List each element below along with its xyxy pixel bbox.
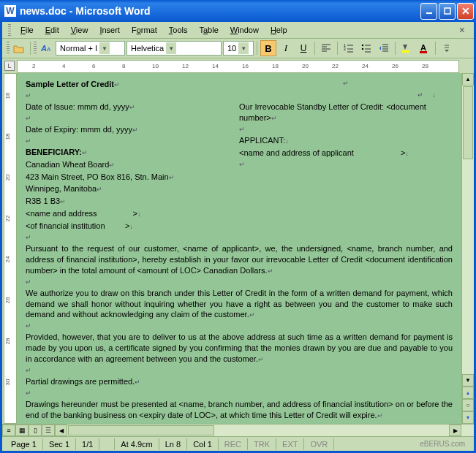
- menu-insert[interactable]: Insert: [94, 24, 125, 36]
- formatting-toolbar: AA Normal + I▼ Helvetica▼ 10▼ B I U 12 A: [2, 39, 474, 58]
- browse-next-button[interactable]: ▾: [462, 411, 474, 424]
- para-5: Drawings hereunder must be presented at …: [26, 400, 453, 419]
- para-3: Provided, however, that you are to deliv…: [26, 332, 453, 363]
- ben-line-4: R3B 1 B3: [26, 197, 60, 205]
- status-bar: Page 1 Sec 1 1/1 At 4.9cm Ln 8 Col 1 REC…: [2, 436, 474, 451]
- highlight-button[interactable]: [398, 40, 415, 56]
- bullet-list-button[interactable]: [358, 40, 374, 56]
- svg-rect-10: [420, 51, 427, 53]
- svg-point-7: [362, 48, 363, 50]
- menu-bar: File Edit View Insert Format Tools Table…: [2, 22, 474, 39]
- para-4: Partial drawings are permitted.: [26, 377, 135, 386]
- normal-view-button[interactable]: ≡: [2, 425, 15, 436]
- scroll-right-button[interactable]: ▶: [449, 425, 461, 436]
- beneficiary-heading: BENEFICIARY:: [26, 148, 82, 156]
- styles-pane-button[interactable]: AA: [38, 40, 54, 56]
- align-left-button[interactable]: [318, 40, 334, 56]
- bold-button[interactable]: B: [260, 40, 276, 56]
- print-view-button[interactable]: ▯: [29, 425, 42, 436]
- ben-line-5: <name and address: [26, 209, 97, 218]
- svg-rect-1: [445, 8, 450, 14]
- date-issue: Date of Issue: mmm dd, yyyy: [26, 102, 129, 111]
- tab-selector[interactable]: L: [4, 61, 15, 71]
- chevron-down-icon: ▼: [238, 42, 249, 54]
- toolbar-grip-2[interactable]: [34, 42, 37, 55]
- document-page[interactable]: Sample Letter of Credit↵ ↵ Date of Issue…: [17, 73, 461, 424]
- close-button[interactable]: ✕: [457, 3, 474, 20]
- size-combo[interactable]: 10▼: [223, 41, 254, 56]
- status-col: Col 1: [187, 438, 219, 450]
- svg-rect-8: [402, 50, 409, 53]
- size-value: 10: [227, 44, 236, 53]
- minimize-button[interactable]: [420, 3, 437, 20]
- status-trk[interactable]: TRK: [248, 438, 276, 450]
- watermark-text: eBERUS.com: [414, 438, 471, 450]
- svg-text:2: 2: [344, 47, 346, 51]
- status-ovr[interactable]: OVR: [304, 438, 334, 450]
- browse-object-button[interactable]: ○: [462, 399, 474, 411]
- menu-grip[interactable]: [8, 24, 11, 36]
- maximize-button[interactable]: [439, 3, 456, 20]
- svg-point-6: [362, 45, 363, 46]
- vertical-scrollbar[interactable]: ▲ ▼ ▴ ○ ▾: [461, 73, 474, 424]
- ben-line-1: Canadian Wheat Board: [26, 160, 109, 169]
- doc-close-button[interactable]: ×: [456, 24, 468, 36]
- italic-button[interactable]: I: [278, 40, 294, 56]
- underline-button[interactable]: U: [295, 40, 311, 56]
- menu-tools[interactable]: Tools: [164, 24, 193, 36]
- style-value: Normal + I: [60, 44, 97, 53]
- toolbar-grip-1[interactable]: [7, 42, 10, 55]
- menu-help[interactable]: Help: [265, 24, 292, 36]
- font-combo[interactable]: Helvetica▼: [126, 41, 222, 56]
- status-section: Sec 1: [43, 438, 76, 450]
- svg-rect-0: [426, 12, 432, 14]
- menu-view[interactable]: View: [66, 24, 94, 36]
- window-titlebar: W news.doc - Microsoft Word ✕: [0, 0, 476, 22]
- scroll-thumb[interactable]: [463, 86, 473, 159]
- status-ext[interactable]: EXT: [276, 438, 304, 450]
- menu-format[interactable]: Format: [126, 24, 162, 36]
- status-line: Ln 8: [159, 438, 187, 450]
- para-2: We authorize you to draw on this branch …: [26, 289, 453, 319]
- horizontal-scrollbar-row: ≡ ▦ ▯ ☰ ◀ ▶: [2, 424, 474, 436]
- toolbar-options-button[interactable]: [439, 40, 455, 56]
- open-button[interactable]: [11, 40, 27, 56]
- outline-view-button[interactable]: ☰: [42, 425, 55, 436]
- hscroll-thumb[interactable]: [68, 425, 214, 435]
- applicant-value: <name and address of applicant: [239, 148, 354, 157]
- applicant-heading: APPLICANT:: [239, 136, 285, 145]
- menu-edit[interactable]: Edit: [40, 24, 64, 36]
- para-1: Pursuant to the request of our customer,…: [26, 244, 453, 275]
- status-at: At 4.9cm: [114, 438, 159, 450]
- status-page: Page 1: [5, 438, 43, 450]
- svg-text:A: A: [47, 46, 51, 53]
- ben-line-6: <of financial institution: [26, 221, 105, 230]
- numbered-list-button[interactable]: 12: [341, 40, 357, 56]
- menu-file[interactable]: File: [15, 24, 39, 36]
- scroll-up-button[interactable]: ▲: [462, 73, 474, 85]
- horizontal-ruler[interactable]: L 246810121416182022242628: [17, 60, 459, 73]
- loc-line: Our Irrevocable Standby Letter of Credit…: [239, 102, 426, 122]
- font-color-button[interactable]: A: [416, 40, 432, 56]
- chevron-down-icon: ▼: [166, 42, 176, 54]
- status-rec[interactable]: REC: [219, 438, 248, 450]
- status-pages: 1/1: [76, 438, 99, 450]
- ben-line-3: Winnipeg, Manitoba: [26, 184, 97, 193]
- ben-line-2: 423 Main Street, PO Box 816, Stn. Main: [26, 172, 169, 181]
- menu-table[interactable]: Table: [194, 24, 223, 36]
- window-title: news.doc - Microsoft Word: [20, 5, 420, 17]
- chevron-down-icon: ▼: [99, 42, 110, 54]
- style-combo[interactable]: Normal + I▼: [56, 41, 125, 56]
- decrease-indent-button[interactable]: [376, 40, 392, 56]
- font-value: Helvetica: [131, 44, 164, 53]
- web-view-button[interactable]: ▦: [15, 425, 29, 436]
- vertical-ruler[interactable]: 1618202224262830: [4, 73, 17, 424]
- scroll-down-button[interactable]: ▼: [462, 374, 474, 387]
- app-icon: W: [4, 5, 16, 17]
- scroll-left-button[interactable]: ◀: [55, 425, 67, 436]
- menu-window[interactable]: Window: [225, 24, 264, 36]
- browse-prev-button[interactable]: ▴: [462, 387, 474, 399]
- doc-title: Sample Letter of Credit: [26, 80, 114, 88]
- date-expiry: Date of Expiry: mmm dd, yyyy: [26, 125, 132, 134]
- svg-text:A: A: [40, 44, 47, 53]
